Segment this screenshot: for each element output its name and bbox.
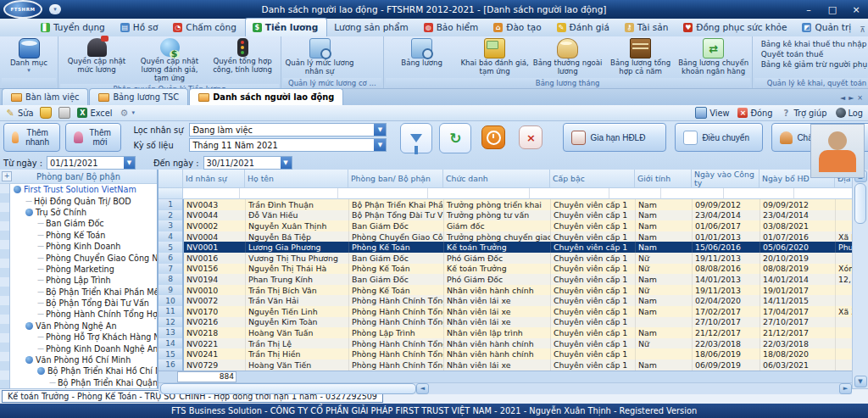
tab-scroll-right-icon[interactable]: ►	[849, 94, 854, 102]
minimize-button[interactable]: –	[797, 0, 821, 19]
ribbon-button-bonus-table[interactable]: Bảng thưởng ngoài lương	[531, 37, 604, 77]
tree-node[interactable]: —Hội Đồng Quản Trị/ BOD	[10, 195, 157, 206]
hscroll-right-icon[interactable]: ►	[839, 383, 852, 394]
tree-node[interactable]: —Phòng Kế Toán	[10, 230, 157, 241]
auto-filter-cell[interactable]	[428, 188, 530, 199]
tree-node[interactable]: First Trust Solution VietNam	[10, 184, 157, 195]
tax-menu-item[interactable]: Quyết toán thuế	[758, 49, 868, 59]
table-row[interactable]: 5NV0001Lương Gia PhươngPhòng Kế ToánKế t…	[159, 242, 852, 253]
ribbon-button-update-review-advance-permission[interactable]: Quyền cập nhật lương đánh giá, tạm ứng	[133, 37, 206, 84]
hscroll-left-icon[interactable]: ◄	[416, 383, 429, 394]
doc-tab-3[interactable]: Danh sách người lao động	[189, 88, 343, 105]
ribbon-tab-9[interactable]: ⚷Tài sản	[618, 19, 676, 36]
auto-filter-cell[interactable]	[530, 188, 609, 199]
ribbon-tab-1[interactable]: ▋Tuyển dụng	[34, 19, 114, 36]
ribbon-tab-7[interactable]: ⌂Đào tạo	[487, 19, 549, 36]
tree-node[interactable]: Văn Phòng Nghệ An	[10, 320, 157, 332]
quick-add-button[interactable]: Thêm nhanh	[3, 123, 60, 152]
print-button[interactable]	[58, 107, 70, 119]
add-new-button[interactable]: Thêm mới	[65, 123, 122, 152]
auto-filter-cell[interactable]	[724, 188, 794, 199]
tree-node[interactable]: —Phòng Hỗ Trợ Khách Hàng Ng...	[10, 332, 157, 343]
table-row[interactable]: 8NV0194Phan Trung KínhBan Giám ĐốcPhó Gi…	[159, 274, 852, 285]
vscroll-thumb[interactable]	[854, 183, 866, 224]
auto-filter-cell[interactable]	[338, 188, 428, 199]
table-row[interactable]: 4NV0004Nguyễn Bá TiệpPhòng Chuyển Giao C…	[159, 231, 852, 242]
refresh-button[interactable]: ↻	[439, 123, 471, 153]
tree-node[interactable]: —Phòng Hành Chính Tổng Hợp	[10, 309, 157, 320]
ribbon-tab-6[interactable]: ◍Bảo hiểm	[417, 19, 487, 36]
table-row[interactable]: 14NV0221Trần Thị LệPhòng Hành Chính Tổng…	[159, 338, 852, 349]
table-row[interactable]: 6NV0016Vương Thị Thu PhươngBan Giám ĐốcP…	[159, 253, 852, 264]
tree-node[interactable]: —Phòng Chuyển Giao Công Nghệ	[10, 252, 157, 263]
tax-menu-item[interactable]: Bảng kê khai thuế thu nhập	[758, 39, 868, 49]
tree-header[interactable]: + Phòng ban/ Bộ phận	[0, 170, 157, 184]
close-button[interactable]: ×	[844, 0, 868, 19]
tab-close-icon[interactable]: ×	[857, 94, 863, 102]
table-row[interactable]: 1NV0043Trần Đình ThuậnBộ Phận Triển Khai…	[159, 199, 852, 210]
log-button[interactable]: Log	[836, 108, 864, 118]
column-header-6[interactable]: Giới tính	[635, 170, 692, 188]
auto-filter-cell[interactable]	[240, 188, 338, 199]
chevron-down-icon[interactable]: ▼	[374, 139, 386, 151]
tree-node[interactable]: —Phòng Kinh Doanh	[10, 241, 157, 252]
ribbon-tab-8[interactable]: ✎Đánh giá	[550, 19, 618, 36]
ribbon-button-manage-staff-salary[interactable]: Quản lý mức lương nhân sự	[283, 37, 356, 77]
ribbon-tab-10[interactable]: ♥Đồng phục sức khỏe	[676, 19, 795, 36]
table-row[interactable]: 15NV0241Trần Thị HiềnPhòng Hành Chính Tổ…	[159, 348, 852, 359]
action-renew-contract[interactable]: Gia hạn HĐLĐ	[563, 123, 666, 152]
table-row[interactable]: 16NV0729Hoàng Văn TiếnPhòng Hành Chính T…	[159, 359, 852, 371]
doc-tab-2[interactable]: Bảng lương TSC	[89, 88, 188, 105]
ribbon-tab-2[interactable]: ▤Hồ sơ	[114, 19, 167, 36]
tree-node[interactable]: —Bộ Phận Triển Khai Quận 1	[10, 377, 157, 388]
ribbon-tab-4[interactable]: $Tiền lương	[245, 18, 327, 36]
tree-node[interactable]: Bộ Phận Triển Khai Hồ Chí Minh	[10, 365, 157, 376]
table-row[interactable]: 12NV0216Nguyễn Kim ToànPhòng Hành Chính …	[159, 317, 852, 328]
ribbon-tab-5[interactable]: Lương sản phẩm	[327, 19, 416, 36]
table-row[interactable]: 13NV0218Hoàng Văn TuấnPhòng Lập TrìnhNhâ…	[159, 327, 852, 338]
column-header-1[interactable]: Id nhân sự	[183, 170, 245, 188]
tree-node[interactable]: Văn Phòng Hồ Chí Minh	[10, 354, 157, 365]
close-view-button[interactable]: × Đóng	[737, 108, 772, 118]
hscroll-thumb[interactable]	[160, 383, 416, 394]
table-row[interactable]: 3NV0002Nguyễn Xuân ThịnhBan Giám ĐốcGiám…	[159, 220, 852, 231]
tree-node[interactable]: —Phòng Lập Trình	[10, 275, 157, 286]
view-button[interactable]: View	[695, 107, 729, 119]
table-row[interactable]: 7NV0156Nguyễn Thị Thái HàPhòng Kế ToánKế…	[159, 264, 852, 275]
ribbon-button-update-salary-permission[interactable]: Quyền cập nhật mức lương	[60, 37, 133, 75]
table-row[interactable]: 9NV0010Trần Thị Bích VânPhòng Kế ToánNhâ…	[159, 285, 852, 296]
ribbon-button-bank-transfer-payroll[interactable]: ⇄Bảng lương chuyển khoản ngân hàng	[677, 37, 750, 77]
from-date-input[interactable]: 01/11/2021 ▼	[47, 156, 136, 170]
highlight-button[interactable]	[40, 107, 52, 119]
quick-access-button[interactable]: ▾	[49, 4, 61, 14]
vscroll-down-icon[interactable]: ▼	[854, 376, 867, 387]
chevron-down-icon[interactable]: ▼	[374, 124, 386, 136]
restore-button[interactable]: □	[821, 0, 844, 19]
filter-staff-combo[interactable]: Đang làm việc ▼	[189, 123, 387, 137]
ribbon-button-yearly-payroll-summary[interactable]: Bảng lương tổng hợp cả năm	[604, 37, 677, 77]
ribbon-button-payroll-table[interactable]: Bảng lương	[386, 37, 459, 69]
to-date-input[interactable]: 30/11/2021 ▼	[203, 156, 292, 170]
doc-tab-1[interactable]: Bàn làm việc	[2, 88, 88, 105]
mdi-pin-icon[interactable]: ⊼	[860, 25, 865, 34]
calendar-drop-icon[interactable]: ▼	[281, 157, 292, 169]
tax-menu-item[interactable]: Bảng kê giảm trừ người phụ thuộc	[758, 59, 868, 70]
filter-button[interactable]	[400, 123, 432, 153]
column-header-7[interactable]: Ngày vào Công ty	[692, 170, 760, 188]
ribbon-button-catalog-drum[interactable]: Danh mục▾	[2, 37, 56, 73]
auto-filter-cell[interactable]	[183, 188, 240, 199]
auto-filter-cell[interactable]	[609, 188, 661, 199]
settings-button[interactable]: ⚙ ▾	[119, 108, 135, 118]
column-header-4[interactable]: Chức danh	[443, 170, 550, 188]
calendar-drop-icon[interactable]: ▼	[124, 157, 135, 169]
ribbon-tab-3[interactable]: ◔Chấm công	[166, 19, 245, 36]
ribbon-button-declare-review-advance[interactable]: Khai báo đánh giá, tạm ứng	[459, 37, 531, 77]
horizontal-scrollbar[interactable]: ◄ ►	[159, 382, 852, 394]
column-header-3[interactable]: Phòng ban/ Bộ phận	[348, 170, 443, 188]
ribbon-tab-11[interactable]: ◩Quản trị	[795, 19, 860, 36]
action-transfer[interactable]: Điều chuyển	[675, 123, 763, 152]
vertical-scrollbar[interactable]: ▲ ▼	[852, 170, 868, 388]
table-row[interactable]: 11NV0170Nguyễn Tiến LinhPhòng Hành Chính…	[159, 306, 852, 317]
auto-filter-cell[interactable]	[159, 188, 183, 199]
tree-node[interactable]: —Ban Giám Đốc	[10, 218, 157, 229]
